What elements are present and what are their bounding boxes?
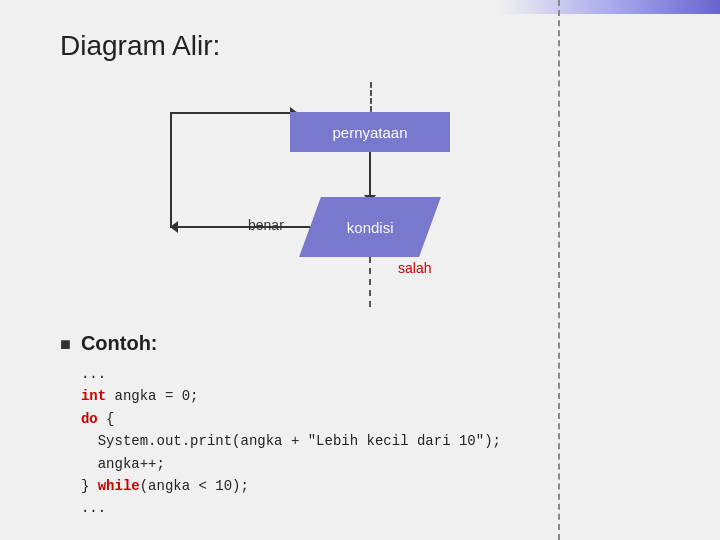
arrow-down-1: [369, 152, 371, 197]
code-line-1: ...: [81, 363, 501, 385]
top-bar: [500, 0, 720, 14]
kondisi-diamond: kondisi: [310, 197, 430, 257]
kondisi-label: kondisi: [347, 219, 394, 236]
contoh-title: Contoh:: [81, 332, 501, 355]
code-content: Contoh: ... int angka = 0; do { System.o…: [81, 332, 501, 520]
keyword-int: int: [81, 388, 106, 404]
benar-label: benar: [248, 217, 284, 233]
code-line-2: int angka = 0;: [81, 385, 501, 407]
code-line-6: } while(angka < 10);: [81, 475, 501, 497]
pernyataan-box: pernyataan: [290, 112, 450, 152]
keyword-do: do: [81, 411, 98, 427]
flowchart: pernyataan kondisi benar salah: [140, 82, 640, 322]
diamond-shape: kondisi: [299, 197, 441, 257]
code-block: ... int angka = 0; do { System.out.print…: [81, 363, 501, 520]
code-line-3: do {: [81, 408, 501, 430]
salah-label: salah: [398, 260, 431, 276]
code-section: ■ Contoh: ... int angka = 0; do { System…: [60, 332, 660, 520]
top-dashed-line: [370, 82, 372, 112]
code-line-5: angka++;: [81, 453, 501, 475]
benar-vertical-arrow: [170, 112, 172, 228]
bullet-point: ■: [60, 334, 71, 355]
benar-horizontal-arrow: [170, 226, 310, 228]
code-line-7: ...: [81, 497, 501, 519]
code-line-4: System.out.print(angka + "Lebih kecil da…: [81, 430, 501, 452]
salah-dashed-arrow: [369, 257, 371, 307]
pernyataan-label: pernyataan: [332, 124, 407, 141]
page-title: Diagram Alir:: [60, 30, 660, 62]
benar-top-arrow: [170, 112, 292, 114]
keyword-while: while: [98, 478, 140, 494]
